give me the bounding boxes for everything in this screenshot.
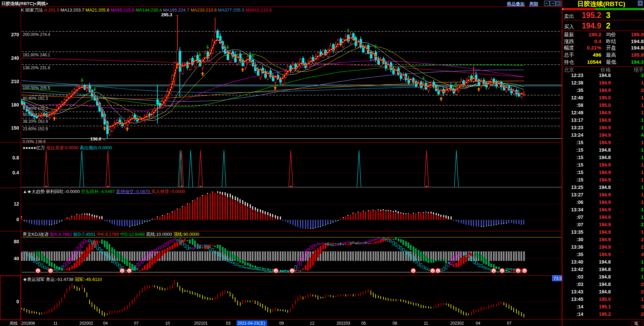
svg-text:195.9: 195.9	[631, 52, 644, 58]
svg-text::07: :07	[576, 214, 583, 220]
svg-text:194.9: 194.9	[599, 117, 611, 123]
svg-text::15: :15	[576, 170, 583, 175]
svg-text:K 胡家刀法 A:201.5 MA13:203.7 M: K 胡家刀法 A:201.5 MA13:203.7 MA21:205.6 MA5…	[21, 7, 272, 13]
svg-text:1: 1	[641, 102, 644, 108]
svg-text:1: 1	[641, 229, 644, 235]
svg-text:2: 2	[641, 311, 644, 317]
svg-text:03: 03	[226, 321, 231, 326]
svg-text:1: 1	[641, 110, 644, 115]
svg-text::03: :03	[576, 282, 583, 287]
svg-text:0: 0	[16, 217, 19, 222]
svg-text:09: 09	[279, 321, 284, 326]
svg-text:40: 40	[14, 256, 19, 261]
svg-text:194.9: 194.9	[599, 244, 611, 250]
svg-text:涨跌: 涨跌	[564, 38, 574, 44]
svg-text:13:17: 13:17	[571, 117, 583, 123]
svg-text:13:34: 13:34	[571, 207, 583, 212]
svg-text:202203: 202203	[337, 321, 350, 326]
svg-text:2: 2	[641, 282, 644, 287]
svg-text:10: 10	[165, 321, 170, 326]
svg-text:4: 4	[641, 252, 644, 257]
svg-text:194.9: 194.9	[599, 80, 611, 85]
svg-text:194.9: 194.9	[599, 132, 611, 138]
svg-text:07: 07	[134, 321, 139, 326]
svg-text:2: 2	[641, 244, 644, 250]
svg-text:04: 04	[476, 321, 480, 326]
svg-text::58: :58	[576, 102, 583, 108]
svg-text:0.21%: 0.21%	[587, 45, 601, 51]
svg-text:10544: 10544	[587, 59, 601, 65]
svg-text::15: :15	[576, 177, 583, 183]
svg-text:210: 210	[11, 79, 19, 84]
svg-text:价格: 价格	[600, 67, 611, 73]
svg-text:194.3: 194.3	[631, 59, 644, 65]
svg-text::03: :03	[576, 274, 583, 280]
svg-text:194.8: 194.8	[599, 147, 611, 153]
svg-text:07: 07	[507, 321, 512, 326]
svg-text:2: 2	[641, 267, 644, 272]
svg-text:195.2: 195.2	[588, 32, 601, 37]
svg-text::06: :06	[576, 199, 583, 205]
svg-text:1: 1	[641, 259, 644, 265]
svg-text:194.9: 194.9	[599, 237, 611, 242]
svg-text:13:24: 13:24	[571, 132, 583, 138]
svg-text:194.9: 194.9	[599, 222, 611, 227]
svg-text:1: 1	[641, 140, 644, 145]
svg-text:202101: 202101	[194, 321, 208, 326]
svg-text::15: :15	[576, 162, 583, 168]
svg-text:4: 4	[641, 132, 644, 138]
svg-text:1: 1	[641, 117, 644, 123]
svg-text:194.9: 194.9	[599, 229, 611, 235]
svg-text::15: :15	[576, 140, 583, 145]
svg-text:周期: 周期	[529, 1, 538, 6]
svg-text:13:42: 13:42	[571, 267, 583, 272]
svg-text:73.5: 73.5	[553, 276, 562, 281]
svg-text:12: 12	[14, 201, 19, 207]
svg-text:194.9: 194.9	[599, 177, 611, 183]
svg-text:194.8: 194.8	[599, 282, 611, 287]
svg-text:295.3: 295.3	[161, 12, 172, 17]
svg-text:2021-04-23(五): 2021-04-23(五)	[238, 321, 265, 326]
svg-text:08: 08	[393, 321, 397, 326]
svg-text:1: 1	[641, 80, 644, 85]
svg-text:13:43: 13:43	[571, 289, 583, 294]
svg-text:195.2: 195.2	[582, 11, 601, 20]
svg-text:194.8: 194.8	[599, 267, 611, 272]
svg-text:194.9: 194.9	[599, 125, 611, 130]
svg-text:23.60% 152.9: 23.60% 152.9	[23, 127, 48, 131]
svg-text:194.8: 194.8	[599, 155, 611, 160]
svg-text:1: 1	[641, 155, 644, 160]
svg-text:日胶连续(RBTC)<周线>: 日胶连续(RBTC)<周线>	[1, 1, 48, 6]
svg-text:→: →	[174, 12, 178, 17]
svg-text:13:27: 13:27	[571, 192, 583, 197]
svg-text:13:25: 13:25	[571, 185, 583, 190]
svg-text:270: 270	[11, 32, 19, 37]
svg-text:1: 1	[641, 192, 644, 197]
svg-text:1: 1	[641, 147, 644, 153]
svg-text:194.9: 194.9	[582, 21, 601, 30]
svg-text:12:23: 12:23	[571, 73, 583, 78]
svg-text:194.9: 194.9	[599, 252, 611, 257]
svg-text:05: 05	[361, 321, 366, 326]
svg-text:笔: 笔	[634, 321, 638, 326]
svg-text:194.9: 194.9	[599, 170, 611, 175]
svg-text:194.8: 194.8	[631, 38, 644, 44]
svg-text:11: 11	[53, 321, 58, 326]
svg-text:幅度: 幅度	[564, 45, 574, 51]
svg-text:1: 1	[641, 162, 644, 168]
svg-text:200.00% 274.4: 200.00% 274.4	[23, 32, 50, 37]
svg-text:195.2: 195.2	[599, 311, 611, 317]
svg-text:136.0: 136.0	[90, 136, 101, 141]
svg-text:194.9: 194.9	[599, 207, 611, 212]
svg-text::35: :35	[576, 252, 583, 257]
svg-text:496: 496	[593, 52, 601, 58]
svg-text:38.20% 162.9: 38.20% 162.9	[23, 119, 48, 124]
svg-text:商品叠加: 商品叠加	[507, 1, 525, 6]
svg-text:194.8: 194.8	[599, 185, 611, 190]
svg-text:界文KDJ改进 短K:4.7662 短D:7.4501 中K: 界文KDJ改进 短K:4.7662 短D:7.4501 中K:6.1769 中D…	[23, 232, 199, 237]
svg-text:195.0: 195.0	[599, 95, 611, 100]
svg-text:194.9: 194.9	[599, 199, 611, 205]
svg-text:194.9: 194.9	[599, 140, 611, 145]
svg-text::14: :14	[576, 304, 583, 309]
svg-text:1: 1	[641, 296, 644, 302]
